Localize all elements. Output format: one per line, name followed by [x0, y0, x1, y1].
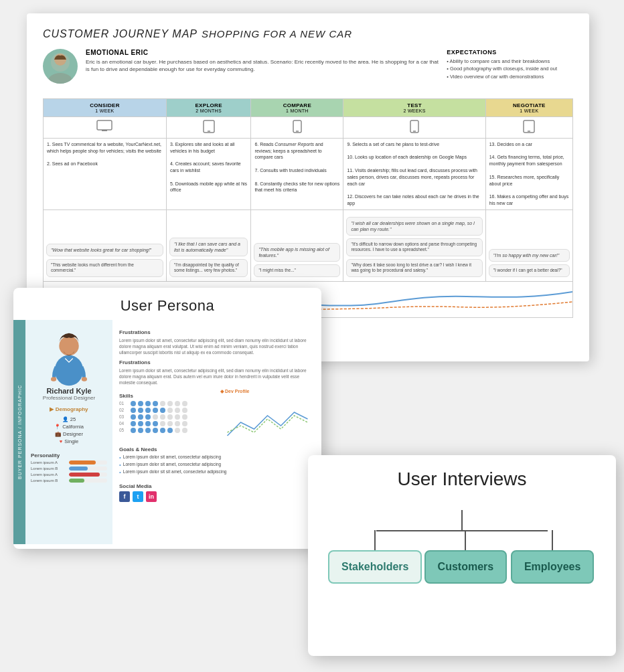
tree-branch-employees: Employees	[509, 530, 596, 584]
skill-row-2: 02	[119, 408, 214, 413]
stakeholders-label: Stakeholders	[341, 561, 408, 572]
skill-row-3: 03	[119, 414, 214, 420]
skill-dot-empty	[175, 408, 180, 413]
facebook-icon: f	[119, 491, 130, 502]
persona-description: Eric is an emotional car buyer. He purch…	[86, 58, 439, 73]
skill-dot	[131, 408, 136, 413]
skill-dot	[131, 428, 136, 433]
job-value: Designer	[63, 431, 83, 437]
personality-1: Lorem ipsum A	[31, 460, 107, 465]
quote-bubble-consider: "Wow that website looks great for car sh…	[46, 244, 163, 256]
interviews-title: User Interviews	[398, 469, 527, 490]
persona-name: EMOTIONAL ERIC	[86, 49, 439, 56]
skill-dot-empty	[167, 421, 173, 426]
skill-dot	[138, 414, 143, 420]
phase-test-header: TEST2 weeks	[343, 99, 485, 117]
negative-quote-test: "It's difficult to narrow down options a…	[346, 238, 482, 256]
skills-label: Skills	[119, 393, 214, 399]
skill-dot	[153, 421, 158, 426]
action-test: 9. Selects a set of cars he plans to tes…	[343, 138, 485, 209]
frustrations-label: Frustrations	[119, 329, 315, 335]
skill-dot	[153, 428, 158, 433]
skill-dot-empty	[182, 428, 187, 433]
skill-dot-empty	[167, 408, 173, 413]
quote-bubble-compare: "This mobile app is missing alot of feat…	[254, 243, 340, 262]
persona-avatar	[43, 49, 78, 84]
device-icons-row	[44, 117, 573, 139]
personality-bar-fill-2	[69, 467, 88, 471]
quote-negotiate: "I'm so happy with my new car!" "I wonde…	[485, 209, 572, 281]
skill-dot	[145, 421, 151, 426]
interviews-tree: Stakeholders Customers Employees	[328, 510, 596, 584]
personality-bar-bg-2	[69, 467, 107, 471]
phase-explore-header: EXPLORE2 months	[166, 99, 250, 117]
negative-quote-consider: "This website looks much different from …	[46, 259, 163, 277]
skill-dot-empty	[175, 401, 180, 406]
svg-rect-3	[97, 120, 112, 130]
twitter-icon: t	[133, 491, 143, 502]
branch-line-employees	[552, 530, 553, 550]
quote-bubble-negotiate: "I'm so happy with my new car!"	[489, 249, 570, 262]
expectations: EXPECTATIONS • Ability to compare cars a…	[447, 49, 573, 80]
skill-dot	[153, 408, 158, 413]
skill-dot	[145, 428, 151, 433]
skill-dot	[145, 414, 151, 420]
personality-bar-bg-1	[69, 460, 107, 465]
user-interviews-card: User Interviews Stakeholders Customers E…	[308, 455, 616, 656]
profile-chart-svg	[220, 396, 315, 442]
frustrations-text: Lorem ipsum dolor sit amet, consectetur …	[119, 337, 315, 355]
skill-dot-empty	[182, 401, 187, 406]
quote-consider: "Wow that website looks great for car sh…	[44, 209, 167, 281]
personality-3: Lorem ipsum A	[31, 473, 107, 477]
demo-status: ♥ Single	[60, 438, 78, 444]
phase-consider-header: CONSIDER1 week	[44, 99, 167, 117]
negative-quote-explore: "I'm disappointed by the quality of some…	[169, 259, 248, 277]
node-stakeholders: Stakeholders	[328, 550, 422, 584]
strip-label: Buyer persona / Infographic	[17, 385, 22, 479]
skill-dot	[131, 401, 136, 406]
tree-branches: Stakeholders Customers Employees	[328, 530, 596, 584]
skill-dot	[131, 421, 136, 426]
user-persona-card: User Persona Buyer persona / Infographic	[13, 288, 321, 549]
skill-dot-empty	[167, 401, 173, 406]
expectations-items: • Ability to compare cars and their brea…	[447, 58, 573, 80]
persona-avatar-section: Richard Kyle Professional Designer ▶ Dem…	[25, 320, 112, 544]
demo-location: 📍 California	[54, 424, 84, 430]
quote-explore: "I like that I can save cars and a list …	[166, 209, 250, 281]
tree-branch-customers: Customers	[422, 530, 509, 584]
svg-point-15	[51, 377, 56, 382]
social-media-label: Social Media	[119, 483, 157, 489]
skill-dot	[138, 408, 143, 413]
actions-row: 1. Sees TV commerical for a website, You…	[44, 138, 573, 209]
skill-dot-empty	[153, 414, 158, 420]
instagram-icon: in	[146, 491, 157, 502]
phase-compare-header: COMPARE1 month	[251, 99, 343, 117]
skill-dot-empty	[182, 421, 187, 426]
person-role: Professional Designer	[43, 395, 95, 401]
skill-dot-empty	[175, 421, 180, 426]
skill-dot	[153, 401, 158, 406]
skill-dot	[145, 408, 151, 413]
social-media-section: Social Media f t in	[119, 479, 157, 502]
quote-test: "I wish all car dealerships were shown o…	[343, 209, 485, 281]
persona-header: EMOTIONAL ERIC Eric is an emotional car …	[43, 49, 573, 84]
skill-dot-empty	[160, 401, 165, 406]
svg-point-16	[82, 377, 87, 382]
skill-row-4: 04	[119, 421, 214, 426]
phase-negotiate-header: NEGOTIATE1 week	[485, 99, 572, 117]
skill-dot-empty	[160, 421, 165, 426]
skill-dot-empty	[167, 414, 173, 420]
quotes-row: "Wow that website looks great for car sh…	[44, 209, 573, 281]
persona-strip: Buyer persona / Infographic	[13, 320, 25, 544]
goal-3: •Lorem ipsum dolor sit sit amet, consect…	[119, 469, 315, 475]
person-name: Richard Kyle	[46, 387, 91, 395]
skill-dot	[160, 408, 165, 413]
skill-dot	[131, 414, 136, 420]
journey-map-title: CUSTOMER JOURNEY MAP Shopping for a New …	[43, 27, 573, 41]
demo-job: 💼 Designer	[55, 431, 83, 437]
phases-table: CONSIDER1 week EXPLORE2 months COMPARE1 …	[43, 98, 573, 318]
persona-card-title: User Persona	[13, 288, 321, 320]
location-value: California	[62, 424, 84, 430]
quote-bubble-explore: "I like that I can save cars and a list …	[169, 238, 248, 256]
frustrations2-label: Frustrations	[119, 359, 315, 365]
